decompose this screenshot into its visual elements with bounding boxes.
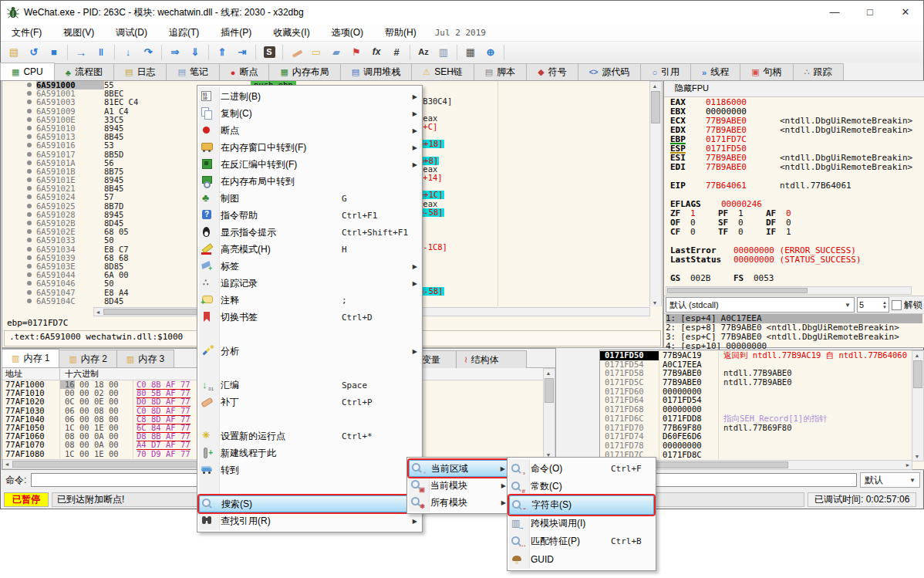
menu-set-new-origin[interactable]: 设置新的运行点 Ctrl+* [199, 428, 420, 444]
minimize-button[interactable]: — [817, 1, 852, 24]
menu-goto[interactable]: 转到 ▶ [199, 461, 420, 478]
hash-button[interactable]: # [389, 46, 403, 59]
spinner-arrows-icon[interactable]: ▲▼ [882, 300, 887, 309]
register-line[interactable]: CF0TF0IF1 [670, 228, 921, 237]
menubar-item[interactable]: 文件(F) [1, 24, 52, 41]
comment-button[interactable]: ▭ [309, 46, 323, 59]
search-constant[interactable]: # 常数(C) [509, 478, 654, 495]
breakpoint-dot[interactable] [27, 299, 32, 303]
tab-notes[interactable]: ▤ 笔记 [166, 63, 219, 80]
menu-binary[interactable]: 二进制(B) ▶ [199, 88, 420, 105]
register-line[interactable]: GS002BFS0053 [670, 274, 921, 283]
menu-comment[interactable]: 注释 ; [199, 292, 420, 309]
menu-trace-record[interactable]: 追踪记录 ▶ [199, 275, 420, 292]
menu-toggle-bookmark[interactable]: 切换书签 Ctrl+D [199, 309, 420, 326]
search-command[interactable]: › 命令(O) Ctrl+F [509, 460, 654, 478]
scroll-up-arrow[interactable]: ▲ [545, 370, 552, 377]
menu-assemble[interactable]: 汇编 Space [199, 377, 420, 394]
dump-tab-memory-3[interactable]: ▥ 内存 3 [116, 350, 174, 367]
search-pattern[interactable]: ⋯ 匹配特征(P) Ctrl+B [509, 532, 654, 550]
stack-row[interactable]: 0171FD58 77B9ABE0 ntdll.77B9ABE0 [600, 369, 912, 378]
breakpoint-dot[interactable] [27, 134, 32, 139]
calculator-button[interactable]: ▦ [464, 46, 477, 59]
stack-row[interactable]: 0171FD60 00000000 [600, 387, 912, 397]
tab-script[interactable]: ▤ 脚本 [474, 63, 527, 80]
register-line[interactable]: LastStatus00000000 (STATUS_SUCCESS) [670, 255, 921, 265]
breakpoint-dot[interactable] [27, 272, 32, 277]
menubar-item[interactable]: 帮助(H) [374, 24, 427, 41]
menu-search[interactable]: 搜索(S) ▶ [199, 495, 420, 512]
menu-show-mnemonic-brief[interactable]: 显示指令提示 Ctrl+Shift+F1 [199, 224, 420, 241]
patch-button[interactable]: ▬ [289, 46, 303, 59]
scroll-down-arrow[interactable]: ▼ [651, 299, 659, 306]
menu-graph[interactable]: 制图 G [199, 190, 420, 207]
registers-horizontal-scrollbar[interactable] [666, 286, 912, 295]
device-button[interactable]: ▥ [437, 46, 450, 59]
argument-count-spinner[interactable]: 5 ▲▼ [857, 297, 889, 313]
stack-row[interactable]: 0171FD70 77B69F80 ntdll.77B69F80 [600, 424, 912, 433]
command-script-select[interactable]: 默认 ▼ [860, 472, 920, 488]
menu-patches[interactable]: 补丁 Ctrl+P [199, 394, 420, 411]
breakpoint-dot[interactable] [27, 161, 32, 165]
search-guid[interactable]: GUID [509, 550, 654, 568]
breakpoint-dot[interactable] [27, 212, 32, 217]
breakpoint-dot[interactable] [27, 290, 32, 295]
stack-row[interactable]: 0171FD5C 77B9ABE0 ntdll.77B9ABE0 [600, 378, 912, 387]
menubar-item[interactable]: 视图(V) [52, 24, 105, 41]
menu-label[interactable]: 标签 ▶ [199, 258, 420, 275]
dump-tab-struct[interactable]: ≀ 结构体 [456, 350, 527, 368]
breakpoint-dot[interactable] [27, 100, 32, 104]
breakpoint-dot[interactable] [27, 281, 32, 286]
disasm-vertical-scrollbar[interactable]: ▲ ▼ [649, 81, 662, 306]
stack-row[interactable]: 0171FD50 77B9AC19 返回到 ntdll.77B9AC19 自 n… [600, 351, 912, 360]
breakpoint-dot[interactable] [27, 152, 32, 157]
tab-graph[interactable]: ♣ 流程图 [54, 63, 114, 80]
menu-follow-in-disasm[interactable]: 在反汇编中转到(F) ▶ [199, 156, 420, 173]
tab-trace[interactable]: ∴ 跟踪 [793, 63, 844, 80]
scroll-up-arrow[interactable]: ▲ [651, 83, 659, 90]
registers-panel[interactable]: 隐藏FPU EAX01186000 EBX00000000 ECX77B9ABE… [663, 80, 924, 348]
stack-row[interactable]: 0171FD64 0171FD54 [600, 396, 912, 405]
breakpoint-dot[interactable] [27, 238, 32, 242]
register-line[interactable]: OF0SF0DF0 [670, 218, 921, 228]
stack-row[interactable]: 0171FD6C 0171FDD8 指向SEH_Record[1]的指针 [600, 414, 912, 424]
menubar-item[interactable]: 收藏夹(I) [262, 24, 320, 41]
breakpoint-dot[interactable] [27, 204, 32, 208]
menu-breakpoint[interactable]: 断点 ▶ [199, 122, 420, 139]
stop-button[interactable]: ■ [47, 46, 61, 59]
scroll-up-arrow[interactable]: ▲ [913, 352, 921, 359]
calling-convention-select[interactable]: 默认 (stdcall) ▼ [666, 297, 855, 313]
breakpoint-dot[interactable] [27, 186, 32, 191]
tab-call-stack[interactable]: ▤ 调用堆栈 [340, 63, 412, 80]
step-out-button[interactable]: ⇓ [188, 46, 202, 59]
az-button[interactable]: Az [416, 46, 430, 59]
stack-row[interactable]: 0171FD68 00000000 [600, 405, 912, 414]
dump-tab-memory-1[interactable]: ▥ 内存 1 [2, 349, 59, 367]
breakpoint-dot[interactable] [27, 229, 32, 234]
breakpoint-dot[interactable] [27, 221, 32, 225]
breakpoint-dot[interactable] [27, 143, 32, 147]
submenu-current-module[interactable]: ▣ 当前模块 ▶ [409, 477, 509, 494]
label-button[interactable]: ▰ [329, 46, 343, 59]
tab-cpu[interactable]: ▦ CPU [0, 63, 55, 80]
menubar-item[interactable]: 调试(D) [105, 24, 158, 41]
submenu-all-modules[interactable]: ✱ 所有模块 ▶ [409, 494, 509, 511]
restart-button[interactable]: ↺ [27, 46, 41, 59]
menu-create-new-thread[interactable]: 新建线程于此 [199, 444, 420, 461]
register-line[interactable] [670, 191, 921, 200]
scroll-right-arrow[interactable]: ► [904, 461, 912, 468]
open-file-button[interactable]: ▤ [7, 46, 21, 59]
execute-till-return-button[interactable]: ⇑ [215, 46, 229, 59]
tab-handles[interactable]: ▣ 句柄 [740, 63, 793, 80]
menubar-item[interactable]: 插件(P) [210, 24, 262, 41]
run-to-user-code-button[interactable]: ⇒ [168, 46, 182, 59]
dump-vertical-scrollbar[interactable]: ▲ ▼ [543, 368, 555, 460]
attach-button[interactable]: ⇥ [235, 46, 249, 59]
breakpoint-dot[interactable] [27, 255, 32, 260]
breakpoint-dot[interactable] [27, 247, 32, 252]
menu-copy[interactable]: 复制(C) ▶ [199, 105, 420, 122]
stack-row[interactable]: 0171FD78 00000000 [600, 441, 912, 451]
register-line[interactable]: ZF1PF1AF0 [670, 209, 921, 218]
tab-symbols[interactable]: ◆ 符号 [526, 63, 578, 80]
menubar-item[interactable]: 追踪(T) [158, 24, 210, 41]
